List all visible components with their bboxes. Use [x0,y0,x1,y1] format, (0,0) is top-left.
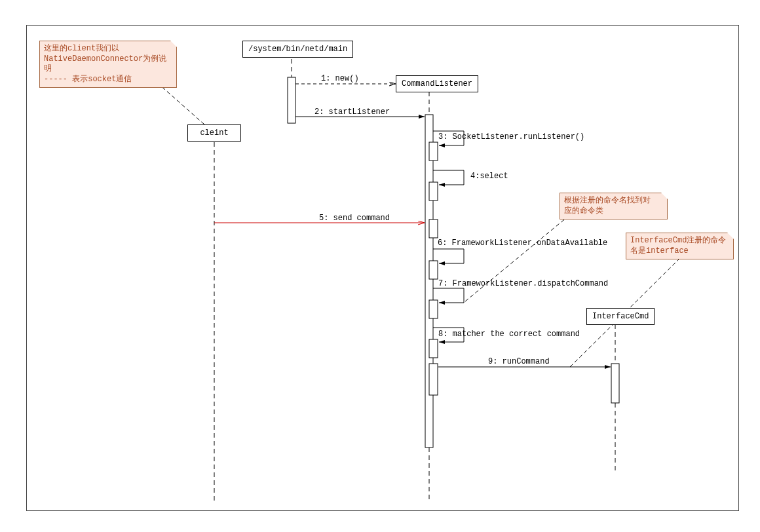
note-command-lookup: 根据注册的命令名找到对 应的命令类 [560,193,668,219]
participant-main-label: /system/bin/netd/main [248,45,347,54]
participant-client: cleint [187,124,241,142]
participant-interfacecmd: InterfaceCmd [586,308,655,325]
participant-client-label: cleint [200,128,228,138]
msg-3-runlistener: 3: SocketListener.runListener() [438,132,584,142]
participant-commandlistener-label: CommandListener [402,79,472,88]
msg-5-sendcommand: 5: send command [319,214,390,223]
participant-interfacecmd-label: InterfaceCmd [592,312,649,321]
msg-7-dispatch: 7: FrameworkListener.dispatchCommand [438,279,608,288]
msg-1-new: 1: new() [321,74,359,83]
diagram-canvas: 这里的client我们以 NativeDaemonConnector为例说明 -… [0,0,760,532]
note-interfacecmd: InterfaceCmd注册的命令 名是interface [626,233,734,259]
msg-9-runcommand: 9: runCommand [488,357,550,366]
note1-line1: 这里的client我们以 [44,44,172,54]
msg-4-select: 4:select [470,172,508,181]
note3-line2: 名是interface [630,246,729,257]
note1-line2: NativeDaemonConnector为例说明 [44,54,172,75]
note2-line2: 应的命令类 [564,206,663,217]
participant-main: /system/bin/netd/main [242,41,353,58]
note1-line3: ----- 表示socket通信 [44,75,172,85]
diagram-frame [26,25,739,511]
participant-commandlistener: CommandListener [396,75,478,92]
note2-line1: 根据注册的命令名找到对 [564,196,663,206]
msg-8-matcher: 8: matcher the correct command [438,330,580,339]
note3-line1: InterfaceCmd注册的命令 [630,236,729,246]
msg-6-ondata: 6: FrameworkListener.onDataAvailable [438,238,607,248]
note-client-explain: 这里的client我们以 NativeDaemonConnector为例说明 -… [39,41,177,88]
msg-2-startlistener: 2: startListener [314,107,390,117]
